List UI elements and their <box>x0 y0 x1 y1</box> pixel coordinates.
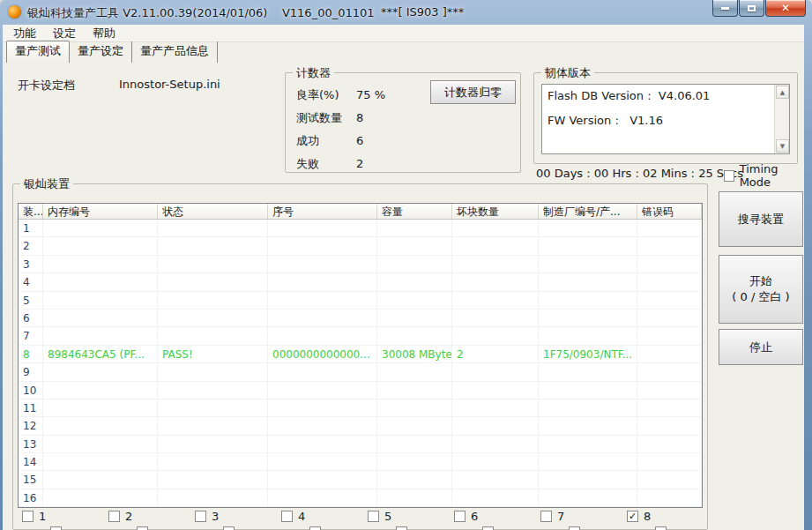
checkbox-icon <box>368 511 379 522</box>
firmware-version-line: FW Version : V1.16 <box>548 113 770 128</box>
port-checkbox-4[interactable]: 4 <box>281 510 305 523</box>
tab-量产设定[interactable]: 量产设定 <box>70 41 132 63</box>
table-row[interactable]: 1 <box>19 220 702 237</box>
cell-vendor <box>539 382 637 399</box>
table-row[interactable]: 12 <box>19 417 702 435</box>
column-header-memory_id[interactable]: 内存编号 <box>43 204 158 219</box>
maximize-button[interactable] <box>739 0 764 17</box>
counter-stat-row: 测试数量8 <box>296 110 363 126</box>
cell-error-code <box>637 436 702 452</box>
cell-no: 3 <box>19 256 43 272</box>
column-header-no[interactable]: 装... <box>19 204 43 219</box>
cell-memory-id <box>43 273 158 290</box>
cell-serial <box>268 417 377 434</box>
port-checkbox-label: 3 <box>212 510 219 523</box>
timing-mode-checkbox[interactable]: Timing Mode <box>724 162 804 189</box>
column-header-capacity[interactable]: 容量 <box>377 204 452 219</box>
firmware-scrollbar[interactable]: ▲ ▼ <box>774 85 789 153</box>
table-row[interactable]: 2 <box>19 237 702 255</box>
tab-量产测试[interactable]: 量产测试 <box>6 41 70 63</box>
table-row[interactable]: 13 <box>19 436 702 453</box>
port-checkbox-2[interactable]: 2 <box>108 510 132 523</box>
close-button[interactable]: ✕ <box>765 0 806 17</box>
column-header-bad_blocks[interactable]: 坏块数量 <box>452 204 539 219</box>
minimize-button[interactable] <box>712 0 738 17</box>
table-row[interactable]: 7 <box>19 327 702 345</box>
counter-reset-button[interactable]: 计数器归零 <box>430 80 516 104</box>
scroll-down-icon[interactable]: ▼ <box>776 139 789 153</box>
start-button-line2: ( 0 / 空白 ) <box>732 289 789 305</box>
cell-memory-id <box>43 256 158 272</box>
search-devices-button[interactable]: 搜寻装置 <box>719 191 803 247</box>
menu-item-功能[interactable]: 功能 <box>8 25 41 42</box>
table-row[interactable]: 3 <box>19 256 702 273</box>
scroll-up-icon[interactable]: ▲ <box>776 86 789 99</box>
cell-bad-blocks <box>452 292 539 309</box>
firmware-version-box: Flash DB Version : V4.06.01FW Version : … <box>541 84 790 154</box>
cell-serial <box>268 220 377 236</box>
checkbox-icon: ✓ <box>627 511 638 522</box>
cell-no: 11 <box>19 399 43 416</box>
table-row[interactable]: 11 <box>19 399 702 417</box>
device-table-header: 装...内存编号状态序号容量坏块数量制造厂编号/产...错误码 <box>19 204 702 220</box>
device-group-title: 银灿装置 <box>20 176 73 192</box>
cell-memory-id: 8984643CA5 (PF... <box>43 346 158 362</box>
cell-status <box>158 363 268 380</box>
cell-status <box>158 273 268 290</box>
column-header-serial[interactable]: 序号 <box>268 204 377 219</box>
column-header-status[interactable]: 状态 <box>158 204 268 219</box>
table-row[interactable]: 6 <box>19 310 702 327</box>
cell-bad-blocks <box>452 327 539 344</box>
cell-capacity <box>377 256 452 272</box>
table-row[interactable]: 16 <box>19 489 702 507</box>
column-header-vendor[interactable]: 制造厂编号/产... <box>539 204 637 219</box>
cell-status <box>158 399 268 416</box>
table-row[interactable]: 14 <box>19 453 702 471</box>
cell-memory-id <box>43 453 158 470</box>
app-window: 银灿科技量产工具 V2.11.00.39(2014/01/06) V116_00… <box>0 0 812 530</box>
cell-bad-blocks <box>452 399 539 416</box>
cell-error-code <box>637 273 702 290</box>
column-header-error_code[interactable]: 错误码 <box>637 204 702 219</box>
menu-item-设定[interactable]: 设定 <box>48 25 81 42</box>
table-row[interactable]: 15 <box>19 471 702 489</box>
cell-status <box>158 417 268 434</box>
port-checkbox-label: 7 <box>557 510 564 523</box>
table-row[interactable]: 10 <box>19 382 702 399</box>
cell-status <box>158 310 268 326</box>
tab-量产产品信息[interactable]: 量产产品信息 <box>132 41 218 63</box>
port-checkbox-5[interactable]: 5 <box>368 510 391 523</box>
table-row[interactable]: 88984643CA5 (PF...PASS!0000000000000...3… <box>19 346 702 363</box>
cell-vendor <box>539 489 637 506</box>
firmware-group: 韧体版本 Flash DB Version : V4.06.01FW Versi… <box>533 72 798 164</box>
cell-memory-id <box>43 220 158 236</box>
port-checkbox-8[interactable]: ✓8 <box>627 510 651 523</box>
cell-serial <box>268 363 377 380</box>
cell-error-code <box>637 453 702 470</box>
cell-no: 8 <box>19 346 43 362</box>
cell-serial <box>268 436 377 452</box>
counter-stat-label: 测试数量 <box>296 110 354 126</box>
table-row[interactable]: 5 <box>19 292 702 310</box>
cell-memory-id <box>43 327 158 344</box>
port-checkbox-label: 5 <box>384 510 391 523</box>
port-checkbox-3[interactable]: 3 <box>195 510 219 523</box>
port-checkbox-7[interactable]: 7 <box>540 510 564 523</box>
stop-button[interactable]: 停止 <box>719 329 803 365</box>
cell-vendor <box>539 327 637 344</box>
table-row[interactable]: 9 <box>19 363 702 381</box>
table-row[interactable]: 4 <box>19 273 702 291</box>
cell-vendor <box>539 256 637 272</box>
cell-no: 14 <box>19 453 43 470</box>
menu-item-帮助[interactable]: 帮助 <box>87 25 121 42</box>
title-bar[interactable]: 银灿科技量产工具 V2.11.00.39(2014/01/06) V116_00… <box>0 0 812 25</box>
port-checkbox-cutoff <box>309 526 321 530</box>
start-button[interactable]: 开始 ( 0 / 空白 ) <box>719 255 803 324</box>
cell-no: 5 <box>19 292 43 309</box>
counter-stat-row: 成功6 <box>296 133 363 149</box>
close-icon: ✕ <box>781 2 790 14</box>
port-checkbox-1[interactable]: 1 <box>22 510 46 523</box>
cell-vendor <box>539 471 637 488</box>
port-checkbox-6[interactable]: 6 <box>454 510 478 523</box>
port-checkbox-label: 2 <box>125 510 132 523</box>
